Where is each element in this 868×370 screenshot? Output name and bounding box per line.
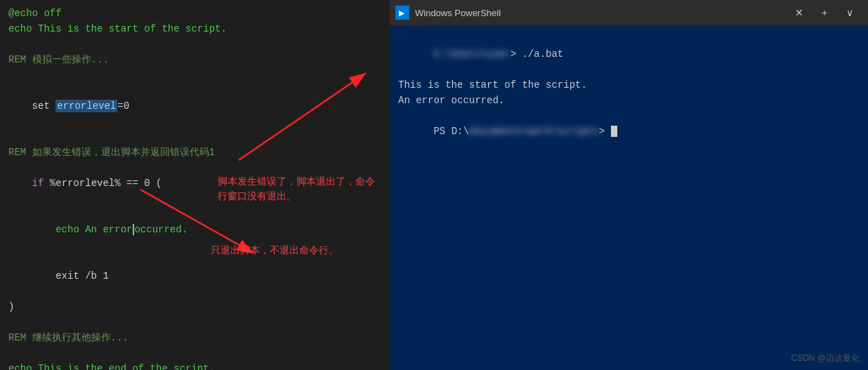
code-comment: REM 继续执行其他操作... <box>8 332 129 343</box>
ps-blurred-path: C:\Users\user <box>433 46 510 62</box>
code-text: @echo off <box>8 8 62 19</box>
ps-line-2: This is the start of the script. <box>398 77 860 93</box>
svg-text:▶: ▶ <box>399 9 405 17</box>
code-line-5 <box>8 67 381 83</box>
ps-line-4: PS D:\documents\work\scripts> <box>398 108 860 154</box>
ps-prompt: PS D:\ <box>433 126 468 137</box>
code-line-3 <box>8 37 381 52</box>
code-comment: REM 模拟一些操作... <box>8 54 109 65</box>
ps-blurred-location: documents\work\scripts <box>469 124 599 139</box>
ps-title: Windows PowerShell <box>415 8 781 18</box>
code-line-1: @echo off <box>8 6 381 21</box>
ps-terminal-content: C:\Users\user> ./a.bat This is the start… <box>390 25 868 370</box>
ps-prompt-end: > <box>599 126 611 137</box>
code-line-9: if %errorlevel% == 0 ( <box>8 160 381 206</box>
code-variable: errorlevel <box>55 100 117 112</box>
code-text: %errorlevel% == 0 ( <box>44 178 162 189</box>
code-text: echo This is the start of the script. <box>8 23 227 34</box>
code-text: =0 <box>117 100 129 112</box>
code-text: echo This is the end of the script. <box>8 363 215 370</box>
code-line-14: REM 继续执行其他操作... <box>8 330 381 345</box>
code-line-8: REM 如果发生错误，退出脚本并返回错误代码1 <box>8 145 381 160</box>
code-line-7 <box>8 129 381 145</box>
ps-chevron-button[interactable]: ∨ <box>837 0 862 25</box>
ps-line-3: An error occurred. <box>398 93 860 108</box>
ps-command: > ./a.bat <box>511 48 564 60</box>
ps-app-icon: ▶ <box>395 6 409 20</box>
ps-titlebar: ▶ Windows PowerShell ✕ + ∨ <box>390 0 868 25</box>
code-text: echo An error <box>32 224 133 235</box>
code-comment: REM 如果发生错误，退出脚本并返回错误代码1 <box>8 147 215 158</box>
code-text: exit /b 1 <box>32 270 109 282</box>
ps-new-tab-button[interactable]: + <box>812 0 837 25</box>
watermark: CSDN @迈达量化 <box>791 352 860 364</box>
ps-close-button[interactable]: ✕ <box>787 0 812 25</box>
code-text: occurred. <box>134 224 188 235</box>
code-line-2: echo This is the start of the script. <box>8 21 381 37</box>
code-line-13 <box>8 315 381 330</box>
powershell-panel: ▶ Windows PowerShell ✕ + ∨ C:\Users\user… <box>390 0 868 370</box>
code-text: ) <box>8 301 14 312</box>
ps-window-controls: ✕ + ∨ <box>787 0 862 25</box>
code-editor-panel: @echo off echo This is the start of the … <box>0 0 390 370</box>
ps-line-1: C:\Users\user> ./a.bat <box>398 31 860 77</box>
code-line-10: echo An erroroccurred. <box>8 206 381 253</box>
code-line-15 <box>8 345 381 361</box>
code-line-6: set errorlevel=0 <box>8 83 381 129</box>
ps-cursor <box>611 126 617 137</box>
code-line-11: exit /b 1 <box>8 253 381 299</box>
code-text: set <box>32 100 56 112</box>
code-keyword: if <box>32 178 44 189</box>
code-line-16: echo This is the end of the script. <box>8 361 381 370</box>
code-line-12: ) <box>8 299 381 315</box>
code-line-4: REM 模拟一些操作... <box>8 52 381 67</box>
